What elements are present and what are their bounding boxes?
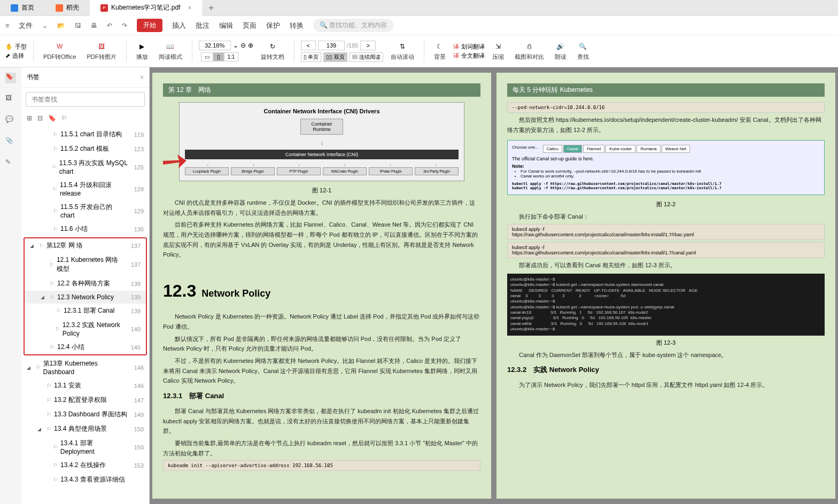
bookmark-text: 13.4 典型使用场景 (54, 424, 107, 433)
zoom-out-icon[interactable]: ⊖ (240, 42, 246, 49)
bookmark-item[interactable]: ⚐11.5.4 升级和回滚 release128 (21, 178, 149, 200)
fit-width-button[interactable]: ▯ (213, 52, 224, 61)
play-button[interactable]: ▶ 播放 (133, 41, 151, 61)
bookmark-item[interactable]: ⚐11.5.2 chart 模板123 (21, 142, 149, 156)
folder-open-icon[interactable]: 📂 (57, 22, 65, 29)
tree-toggle-icon[interactable]: ◢ (27, 365, 33, 370)
expand-all-icon[interactable]: ⊞ (27, 114, 32, 122)
bookmark-item[interactable]: ◢⚐第13章 Kubernetes Dashboard146 (21, 356, 149, 378)
next-page-button[interactable]: > (360, 41, 375, 50)
bookmark-item[interactable]: ⚐13.2 配置登录权限147 (21, 393, 149, 407)
read-aloud-button[interactable]: 🔊 朗读 (552, 41, 570, 61)
tree-toggle-icon[interactable]: ◢ (41, 294, 47, 300)
add-bookmark-icon[interactable]: 🔖 (48, 114, 56, 122)
stamp-icon[interactable]: ✎ (5, 158, 16, 169)
page-input[interactable] (318, 41, 345, 50)
menu-start[interactable]: 开始 (137, 19, 162, 32)
hamburger-icon[interactable]: ≡ (5, 22, 9, 29)
bookmark-item[interactable]: ◢⚐12.3 Network Policy139 (25, 291, 146, 304)
tab-bar: 首页 稻壳 P Kubernetes学习笔记.pdf × + (0, 0, 838, 16)
bookmark-ribbon-icon: ⚐ (50, 281, 55, 286)
section-number: 12.3 (163, 281, 196, 301)
search-box[interactable]: 🔍 查找功能、文档内容 (313, 19, 393, 32)
document-viewport[interactable]: 第 12 章 网络 ➘ Container Network Interface … (150, 67, 838, 504)
bookmark-ribbon-icon: ⚐ (53, 208, 58, 214)
bookmark-item[interactable]: ⚐13.4.1 部署 Deployment150 (21, 436, 149, 458)
bookmark-item[interactable]: ◢⚐13.4 典型使用场景150 (21, 422, 149, 436)
cni-plugin-box: Bridge Plugin (231, 167, 275, 175)
fit-page-button[interactable]: ▭ (201, 52, 213, 61)
screenshot-button[interactable]: ⎙ 截图和对比 (511, 41, 547, 61)
menu-file[interactable]: 文件 (19, 21, 33, 30)
pdf-to-office-button[interactable]: W PDF转Office (40, 41, 80, 61)
bookmark-item[interactable]: ⚐12.2 各种网络方案138 (25, 276, 146, 291)
word-translate-button[interactable]: 译划词翻译 (453, 43, 485, 51)
bookmark-item[interactable]: ⚐12.1 Kubernetes 网络模型137 (25, 253, 146, 276)
pdf-to-image-button[interactable]: 🖼 PDF转图片 (84, 41, 120, 61)
actual-size-button[interactable]: 1:1 (224, 52, 239, 61)
bookmark-item[interactable]: ⚐12.3.1 部署 Canal139 (25, 304, 146, 318)
find-button[interactable]: 🔍 查找 (574, 41, 592, 61)
tab-daoke[interactable]: 稻壳 (45, 0, 90, 16)
chevron-down-icon[interactable]: ⌄ (42, 22, 48, 29)
bookmark-item[interactable]: ⚐11.5.3 再次实践 MySQL chart125 (21, 156, 149, 178)
auto-scroll-button[interactable]: ⇅ 自动滚动 (387, 41, 417, 61)
select-tool[interactable]: ⬈选择 (5, 52, 27, 60)
hand-tool[interactable]: ✋手型 (5, 43, 27, 51)
bookmark-page: 125 (128, 164, 144, 170)
menu-edit[interactable]: 编辑 (219, 21, 233, 30)
save-icon[interactable]: 🖫 (75, 22, 81, 29)
close-icon[interactable]: × (188, 4, 191, 12)
tab-home[interactable]: 首页 (0, 0, 45, 16)
chevron-down-icon[interactable]: ⌄ (233, 42, 238, 49)
bookmark-page: 145 (125, 344, 141, 351)
bookmark-item[interactable]: ⚐11.6 小结136 (21, 222, 149, 236)
tab-pdf[interactable]: P Kubernetes学习笔记.pdf × (90, 0, 202, 16)
tree-toggle-icon[interactable]: ◢ (37, 427, 44, 432)
rotate-button[interactable]: ↻ 旋转文档 (258, 41, 288, 61)
menu-convert[interactable]: 转换 (290, 21, 304, 30)
zoom-input[interactable] (199, 41, 231, 50)
rotate-icon: ↻ (267, 41, 278, 52)
collapse-all-icon[interactable]: ⊟ (37, 114, 43, 122)
double-page-button[interactable]: ▯▯ 双页 (323, 52, 347, 62)
read-mode-button[interactable]: 📖 阅读模式 (156, 41, 185, 61)
compress-button[interactable]: ⇲ 压缩 (489, 41, 507, 61)
menu-page[interactable]: 页面 (243, 21, 257, 30)
menu-protect[interactable]: 保护 (266, 21, 280, 30)
bookmark-item[interactable]: ⚐13.3 Dashboard 界面结构149 (21, 407, 149, 422)
print-icon[interactable]: 🖶 (91, 22, 97, 29)
bookmark-ribbon-icon[interactable]: ⚐ (61, 114, 67, 122)
attachment-icon[interactable]: 📎 (5, 137, 16, 148)
comment-icon[interactable]: 💬 (5, 115, 16, 126)
redo-icon[interactable]: ↷ (122, 22, 127, 29)
background-button[interactable]: ☾ 背景 (431, 41, 449, 61)
sidebar-tools: ⊞ ⊟ 🔖 ⚐ (21, 111, 149, 125)
tree-toggle-icon[interactable]: ◢ (30, 243, 36, 249)
bookmark-item[interactable]: ⚐11.5.5 开发自己的 chart129 (21, 200, 149, 222)
bookmark-item[interactable]: ⚐12.3.2 实践 Network Policy140 (25, 318, 146, 340)
cni-plugin-box: IPvlan Plugin (369, 167, 413, 175)
close-sidebar-icon[interactable]: × (140, 74, 144, 81)
bookmark-icon[interactable]: 🔖 (5, 73, 16, 83)
add-tab-button[interactable]: + (202, 3, 220, 13)
zoom-in-icon[interactable]: ⊕ (248, 42, 253, 49)
bookmark-item[interactable]: ⚐12.4 小结145 (25, 340, 146, 354)
bookmark-item[interactable]: ⚐11.5.1 chart 目录结构119 (21, 127, 149, 142)
bookmark-item[interactable]: ⚐13.4.2 在线操作153 (21, 458, 149, 472)
prev-page-button[interactable]: < (301, 41, 316, 50)
full-translate-button[interactable]: 译全文翻译 (453, 52, 485, 60)
bookmark-ribbon-icon: ⚐ (53, 462, 58, 468)
compress-icon: ⇲ (493, 41, 503, 52)
menu-insert[interactable]: 插入 (172, 21, 186, 30)
menu-comment[interactable]: 批注 (196, 21, 210, 30)
bookmark-item[interactable]: ⚐13.1 安装146 (21, 378, 149, 393)
single-page-button[interactable]: ▯ 单页 (301, 52, 322, 62)
continuous-button[interactable]: ▤ 连续阅读 (350, 52, 383, 62)
undo-icon[interactable]: ↶ (107, 22, 112, 29)
bookmark-item[interactable]: ◢⚐第12章 网 络137 (25, 238, 146, 253)
image-icon[interactable]: 🖼 (5, 94, 16, 105)
bookmark-search-input[interactable] (26, 92, 145, 107)
bookmark-ribbon-icon: ⚐ (53, 146, 58, 152)
bookmark-item[interactable]: ⚐13.4.3 查看资源详细信 (21, 472, 149, 487)
